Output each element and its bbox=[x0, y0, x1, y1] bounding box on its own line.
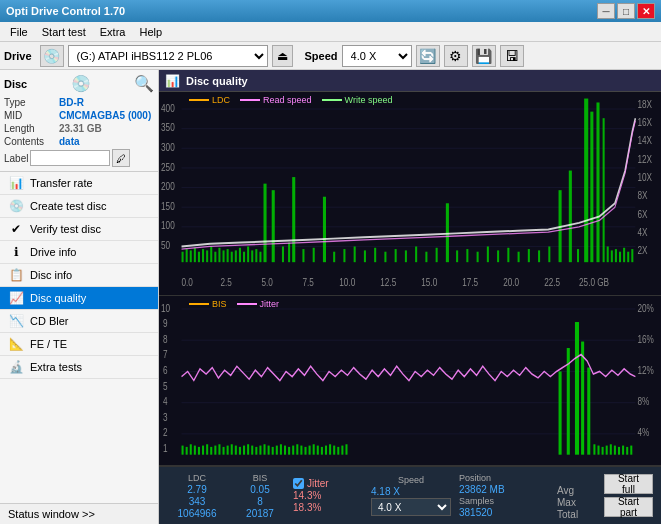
sidebar-item-disc-quality[interactable]: 📈 Disc quality bbox=[0, 287, 158, 310]
svg-text:5: 5 bbox=[163, 381, 168, 392]
save-button[interactable]: 🖫 bbox=[500, 45, 524, 67]
svg-rect-53 bbox=[247, 246, 249, 262]
disc-label-btn[interactable]: 🖊 bbox=[112, 149, 130, 167]
sidebar-item-label: Extra tests bbox=[30, 361, 82, 373]
svg-text:200: 200 bbox=[161, 180, 175, 192]
speed-label: Speed bbox=[305, 50, 338, 62]
sidebar-item-drive-info[interactable]: ℹ Drive info bbox=[0, 241, 158, 264]
chart-title: Disc quality bbox=[186, 75, 248, 87]
svg-rect-46 bbox=[218, 248, 220, 262]
svg-rect-162 bbox=[345, 444, 347, 454]
svg-text:2.5: 2.5 bbox=[220, 276, 231, 288]
svg-rect-174 bbox=[618, 447, 620, 455]
disc-length-row: Length 23.31 GB bbox=[4, 123, 154, 134]
svg-rect-161 bbox=[341, 445, 343, 454]
svg-rect-171 bbox=[606, 445, 608, 454]
sidebar-item-label: Verify test disc bbox=[30, 223, 101, 235]
svg-rect-91 bbox=[590, 112, 593, 263]
svg-text:25.0 GB: 25.0 GB bbox=[579, 276, 609, 288]
disc-contents-row: Contents data bbox=[4, 136, 154, 147]
settings-button[interactable]: ⚙ bbox=[444, 45, 468, 67]
disc-type-row: Type BD-R bbox=[4, 97, 154, 108]
menu-extra[interactable]: Extra bbox=[94, 25, 132, 39]
read-speed-legend-label: Read speed bbox=[263, 95, 312, 105]
svg-rect-122 bbox=[182, 445, 184, 454]
svg-text:2: 2 bbox=[163, 427, 168, 438]
position-val: 23862 MB bbox=[459, 484, 549, 495]
bis-legend: BIS Jitter bbox=[189, 299, 279, 309]
disc-label-input[interactable] bbox=[30, 150, 110, 166]
sidebar-item-label: CD Bler bbox=[30, 315, 69, 327]
sidebar-item-create-test-disc[interactable]: 💿 Create test disc bbox=[0, 195, 158, 218]
menu-file[interactable]: File bbox=[4, 25, 34, 39]
write-speed-legend-item: Write speed bbox=[322, 95, 393, 105]
sidebar-item-fe-te[interactable]: 📐 FE / TE bbox=[0, 333, 158, 356]
svg-rect-44 bbox=[210, 246, 212, 262]
sidebar-item-label: Create test disc bbox=[30, 200, 106, 212]
jitter-checkbox[interactable] bbox=[293, 478, 304, 489]
svg-rect-153 bbox=[309, 445, 311, 454]
speed-header: Speed bbox=[371, 475, 451, 485]
menu-help[interactable]: Help bbox=[133, 25, 168, 39]
svg-rect-100 bbox=[631, 249, 633, 262]
read-speed-legend-item: Read speed bbox=[240, 95, 312, 105]
start-full-button[interactable]: Start full bbox=[604, 474, 653, 494]
eject-button[interactable]: ⏏ bbox=[272, 45, 293, 67]
svg-rect-154 bbox=[313, 444, 315, 454]
start-part-button[interactable]: Start part bbox=[604, 497, 653, 517]
svg-rect-93 bbox=[603, 118, 605, 262]
drive-label: Drive bbox=[4, 50, 32, 62]
media-button[interactable]: 💾 bbox=[472, 45, 496, 67]
svg-rect-137 bbox=[243, 445, 245, 454]
speed-select[interactable]: 4.0 X bbox=[342, 45, 412, 67]
jitter-legend-item: Jitter bbox=[237, 299, 280, 309]
svg-rect-175 bbox=[622, 445, 624, 454]
svg-text:7.5: 7.5 bbox=[302, 276, 313, 288]
disc-contents-value: data bbox=[59, 136, 80, 147]
svg-rect-58 bbox=[272, 190, 275, 262]
svg-text:2X: 2X bbox=[637, 244, 648, 256]
sidebar-item-cd-bler[interactable]: 📉 CD Bler bbox=[0, 310, 158, 333]
drive-select[interactable]: (G:) ATAPI iHBS112 2 PL06 bbox=[68, 45, 268, 67]
bis-max: 8 bbox=[235, 496, 285, 507]
drive-info-icon: ℹ bbox=[8, 245, 24, 259]
close-button[interactable]: ✕ bbox=[637, 3, 655, 19]
minimize-button[interactable]: ─ bbox=[597, 3, 615, 19]
svg-rect-138 bbox=[247, 444, 249, 454]
svg-rect-56 bbox=[259, 252, 261, 262]
svg-text:20.0: 20.0 bbox=[503, 276, 519, 288]
svg-text:50: 50 bbox=[161, 239, 170, 251]
svg-rect-89 bbox=[577, 249, 579, 262]
sidebar-item-transfer-rate[interactable]: 📊 Transfer rate bbox=[0, 172, 158, 195]
disc-info-icon[interactable]: 🔍 bbox=[134, 74, 154, 93]
disc-info-icon: 📋 bbox=[8, 268, 24, 282]
window-controls: ─ □ ✕ bbox=[597, 3, 655, 19]
svg-rect-95 bbox=[611, 250, 613, 262]
status-window-button[interactable]: Status window >> bbox=[0, 503, 158, 524]
svg-text:400: 400 bbox=[161, 102, 175, 114]
total-label: Total bbox=[557, 509, 592, 520]
svg-rect-45 bbox=[214, 252, 216, 262]
svg-rect-134 bbox=[231, 444, 233, 454]
svg-rect-167 bbox=[587, 367, 590, 454]
svg-rect-43 bbox=[206, 250, 208, 262]
sidebar-item-extra-tests[interactable]: 🔬 Extra tests bbox=[0, 356, 158, 379]
sidebar-item-label: Disc info bbox=[30, 269, 72, 281]
svg-rect-170 bbox=[602, 447, 604, 455]
svg-text:18X: 18X bbox=[637, 98, 652, 110]
max-label: Max bbox=[557, 497, 592, 508]
sidebar-item-verify-test-disc[interactable]: ✔ Verify test disc bbox=[0, 218, 158, 241]
maximize-button[interactable]: □ bbox=[617, 3, 635, 19]
svg-rect-129 bbox=[210, 447, 212, 455]
svg-rect-146 bbox=[280, 444, 282, 454]
speed-select-dropdown[interactable]: 4.0 X bbox=[371, 498, 451, 516]
svg-rect-64 bbox=[323, 197, 326, 262]
menu-start-test[interactable]: Start test bbox=[36, 25, 92, 39]
refresh-button[interactable]: 🔄 bbox=[416, 45, 440, 67]
svg-rect-99 bbox=[627, 252, 629, 262]
svg-rect-41 bbox=[198, 252, 200, 262]
sidebar-item-disc-info[interactable]: 📋 Disc info bbox=[0, 264, 158, 287]
jitter-avg: 14.3% bbox=[293, 490, 321, 501]
svg-text:0.0: 0.0 bbox=[182, 276, 193, 288]
fe-te-icon: 📐 bbox=[8, 337, 24, 351]
